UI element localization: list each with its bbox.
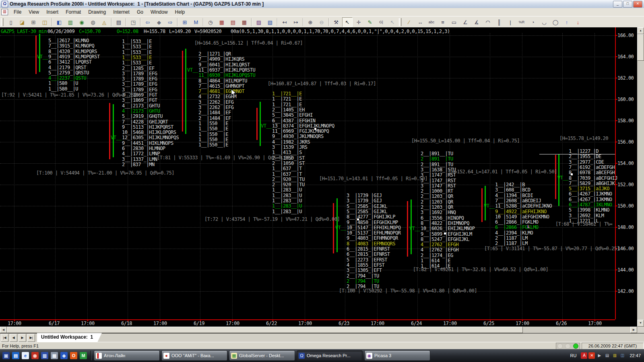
optionstation-window-button[interactable]: ◬ [99, 17, 109, 27]
restore-button[interactable]: □ [623, 1, 632, 8]
tab-nav-prev[interactable]: ◀ [10, 334, 17, 342]
quick-launch-icon-6[interactable]: ▦ [51, 352, 58, 359]
quick-launch-icon-8[interactable]: O [70, 352, 77, 359]
scroll-left-button[interactable]: ◀ [0, 327, 7, 333]
toolbar-grip[interactable] [1, 18, 4, 26]
curve-button[interactable]: ◡ [539, 17, 549, 27]
angle-measure-button[interactable]: ∡ [471, 17, 482, 27]
quote-window-button[interactable]: ◉ [76, 17, 87, 27]
vertical-scroll-thumb[interactable] [637, 34, 644, 61]
taskbar-button-picasa[interactable]: ◉Picasa 3 [364, 350, 430, 361]
workspace-tab[interactable]: Untitled Workspace: 1 [37, 333, 102, 343]
tab-nav-first[interactable]: |◀ [1, 334, 8, 342]
angle-line-button[interactable]: ∠ [460, 17, 471, 27]
weekly-calendar-button[interactable]: ▤ [228, 17, 238, 27]
taskbar-button-aton[interactable]: ▌Атон-Лайн [94, 350, 160, 361]
menu-format[interactable]: Format [62, 8, 85, 16]
arrow-down-button[interactable]: ↓ [573, 17, 583, 27]
pointer-button[interactable]: ↖ [342, 17, 353, 27]
chart-edit-button[interactable]: ✎ [365, 17, 375, 27]
scroll-right-button[interactable]: ▶ [630, 327, 637, 333]
zoom-in-button[interactable]: ⊕ [305, 17, 316, 27]
arc-button[interactable]: ◠ [483, 17, 493, 27]
pointer-alt-button[interactable]: ↖ [387, 17, 398, 27]
zoom-out-button[interactable]: ⊖ [316, 17, 327, 27]
tab-nav-next[interactable]: ▶ [19, 334, 26, 342]
monthly-grid-button[interactable]: ▦ [239, 17, 250, 27]
taskbar-button-amit[interactable]: ●ООО "АМіТ" - Вака... [161, 350, 227, 361]
daily-calendar-button[interactable]: ▦ [217, 17, 227, 27]
app-icon[interactable]: Ω [2, 1, 8, 7]
menu-file[interactable]: File [10, 8, 25, 16]
horizontal-lines-button[interactable]: ≡ [438, 17, 448, 27]
taskbar-clock[interactable]: 22:47 [630, 353, 641, 358]
expand-left-button[interactable]: ↤ [279, 17, 290, 27]
trendline-button[interactable]: ∕ [404, 17, 414, 27]
minimize-button[interactable]: _ [613, 1, 622, 8]
ellipse-button[interactable]: ◯ [550, 17, 561, 27]
menu-go[interactable]: Go [133, 8, 147, 16]
quick-settings-button[interactable]: ▧ [265, 17, 275, 27]
close-button[interactable]: ✕ [633, 1, 642, 8]
taskbar-button-globalserver[interactable]: ▦GlobalServer - Deskt... [229, 350, 295, 361]
horizontal-scrollbar[interactable]: ◀ ▶ [0, 327, 637, 333]
vertical-scrollbar[interactable]: ▲ ▼ [637, 27, 644, 327]
retracement-button[interactable]: ◔ [528, 17, 538, 27]
toolbar-grip[interactable] [399, 18, 402, 26]
arrow-up-button[interactable]: ↑ [561, 17, 572, 27]
tray-display-icon[interactable]: ▤ [604, 352, 610, 359]
menu-window[interactable]: Window [147, 8, 171, 16]
chart-canvas[interactable]: 166.00164.00162.00160.00158.00156.00154.… [0, 27, 637, 327]
quick-launch-icon-4[interactable]: ◉ [31, 352, 39, 359]
vertical-lines-button[interactable]: ║ [494, 17, 504, 27]
tray-power-icon[interactable]: ▥ [611, 352, 618, 359]
menu-view[interactable]: View [25, 8, 43, 16]
report-window-button[interactable]: ◍ [88, 17, 98, 27]
tray-alert-icon[interactable]: ✕ [588, 352, 595, 359]
tray-cursor-icon[interactable]: ▶ [596, 352, 603, 359]
print-button[interactable]: ▤ [114, 17, 124, 27]
m-window-button[interactable]: M [191, 17, 201, 27]
rectangle-button[interactable]: ▭ [449, 17, 459, 27]
open-document-button[interactable]: ◪ [17, 17, 27, 27]
tray-network-icon[interactable]: ◫ [619, 352, 625, 359]
quick-launch-icon-7[interactable]: ◆ [60, 352, 68, 359]
crosshair-button[interactable]: ✛ [353, 17, 364, 27]
global-cursor-button[interactable]: G| [376, 17, 386, 27]
quick-launch-icon-9[interactable]: M [80, 352, 87, 359]
menu-internet[interactable]: Internet [109, 8, 133, 16]
taskbar-button-omega[interactable]: ΩOmega Research Pr... [297, 350, 363, 361]
menu-insert[interactable]: Insert [43, 8, 62, 16]
scroll-up-button[interactable]: ▲ [637, 27, 644, 34]
new-document-button[interactable]: ▯ [6, 17, 16, 27]
tools-button[interactable]: ⚒ [331, 17, 341, 27]
insert-window-button[interactable]: ⊞ [180, 17, 190, 27]
save-workspace-button[interactable]: ◫ [39, 17, 50, 27]
language-indicator[interactable]: RU [570, 353, 577, 358]
quick-launch-icon-5[interactable]: ▥ [41, 352, 48, 359]
format-wizard-button[interactable]: ◆ [154, 17, 164, 27]
tab-nav-last[interactable]: ▶| [27, 334, 35, 342]
scroll-down-button[interactable]: ▼ [637, 320, 644, 327]
menu-drawing[interactable]: Drawing [85, 8, 109, 16]
horizontal-scroll-thumb[interactable] [7, 327, 523, 333]
child-window-icon[interactable]: ▥ [1, 9, 8, 15]
study-filter-button[interactable]: ▨ [254, 17, 264, 27]
chart-window-button[interactable]: ▥ [65, 17, 76, 27]
tray-antivirus-icon[interactable]: A [581, 352, 587, 359]
open-workspace-button[interactable]: ⊞ [28, 17, 39, 27]
properties-button[interactable]: ◳ [128, 17, 138, 27]
percent-r-button[interactable]: %R [516, 17, 527, 27]
quick-launch-icon-3[interactable]: e [22, 352, 29, 359]
format-window-button[interactable]: ◧ [54, 17, 64, 27]
forward-button[interactable]: ⇨ [165, 17, 175, 27]
quick-launch-icon-1[interactable]: ▣ [2, 352, 10, 359]
extend-line-button[interactable]: ↔ [415, 17, 425, 27]
back-button[interactable]: ⇦ [142, 17, 153, 27]
quick-launch-icon-2[interactable]: ▤ [12, 352, 19, 359]
text-label-button[interactable]: abc [426, 17, 437, 27]
time-settings-button[interactable]: ◷ [205, 17, 216, 27]
menu-help[interactable]: Help [171, 8, 189, 16]
single-line-button[interactable]: | [505, 17, 516, 27]
expand-right-button[interactable]: ↦ [291, 17, 301, 27]
